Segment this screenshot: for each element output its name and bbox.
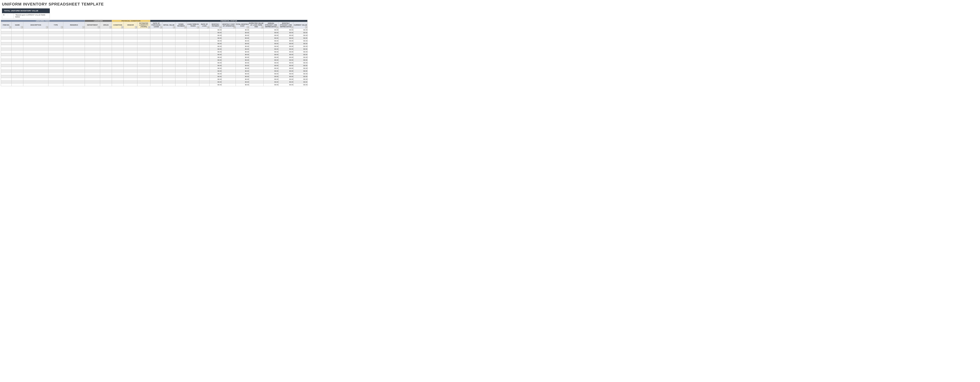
cell[interactable] xyxy=(1,53,11,56)
cell[interactable]: $0.00 xyxy=(236,59,249,62)
cell[interactable] xyxy=(137,29,150,31)
cell[interactable]: $0.00 xyxy=(264,73,278,75)
cell[interactable] xyxy=(23,70,48,73)
cell[interactable] xyxy=(175,78,187,81)
filter-button[interactable] xyxy=(110,26,111,28)
cell[interactable] xyxy=(137,73,150,75)
cell[interactable] xyxy=(150,70,162,73)
cell[interactable] xyxy=(124,81,137,84)
cell[interactable]: $0.00 xyxy=(264,31,278,34)
cell[interactable]: $0.00 xyxy=(264,53,278,56)
filter-button[interactable] xyxy=(61,26,63,28)
cell[interactable] xyxy=(199,73,210,75)
cell[interactable]: $0.00 xyxy=(264,34,278,37)
cell[interactable]: $0.00 xyxy=(210,40,222,42)
cell[interactable] xyxy=(137,81,150,84)
cell[interactable] xyxy=(137,67,150,70)
cell[interactable] xyxy=(11,64,23,67)
cell[interactable] xyxy=(48,45,63,48)
cell[interactable] xyxy=(187,84,199,86)
cell[interactable] xyxy=(137,37,150,40)
cell[interactable]: $0.00 xyxy=(264,48,278,51)
cell[interactable] xyxy=(137,42,150,45)
cell[interactable] xyxy=(222,81,236,84)
cell[interactable] xyxy=(112,34,124,37)
cell[interactable] xyxy=(222,70,236,73)
filter-button[interactable] xyxy=(207,26,209,28)
filter-button[interactable] xyxy=(21,26,23,28)
cell[interactable] xyxy=(187,53,199,56)
cell[interactable] xyxy=(249,56,264,59)
cell[interactable] xyxy=(124,75,137,78)
cell[interactable] xyxy=(63,29,85,31)
cell[interactable] xyxy=(100,53,112,56)
cell[interactable] xyxy=(124,64,137,67)
filter-button[interactable] xyxy=(98,26,100,28)
cell[interactable] xyxy=(23,75,48,78)
cell[interactable] xyxy=(48,84,63,86)
cell[interactable]: $0.00 xyxy=(210,59,222,62)
cell[interactable] xyxy=(63,59,85,62)
cell[interactable] xyxy=(162,48,175,51)
cell[interactable]: $0.00 xyxy=(278,62,293,64)
cell[interactable]: $0.00 xyxy=(210,78,222,81)
cell[interactable] xyxy=(199,45,210,48)
cell[interactable] xyxy=(124,70,137,73)
cell[interactable] xyxy=(100,67,112,70)
cell[interactable] xyxy=(124,37,137,40)
cell[interactable] xyxy=(175,75,187,78)
cell[interactable] xyxy=(23,42,48,45)
cell[interactable] xyxy=(222,75,236,78)
cell[interactable]: $0.00 xyxy=(278,70,293,73)
cell[interactable]: $0.00 xyxy=(293,84,307,86)
cell[interactable] xyxy=(150,45,162,48)
cell[interactable] xyxy=(1,29,11,31)
cell[interactable]: $0.00 xyxy=(264,67,278,70)
cell[interactable] xyxy=(162,70,175,73)
cell[interactable] xyxy=(1,81,11,84)
cell[interactable] xyxy=(124,45,137,48)
cell[interactable] xyxy=(249,64,264,67)
cell[interactable] xyxy=(222,56,236,59)
filter-button[interactable] xyxy=(83,26,84,28)
filter-button[interactable] xyxy=(9,26,11,28)
filter-button[interactable] xyxy=(234,26,235,28)
cell[interactable] xyxy=(63,48,85,51)
filter-button[interactable] xyxy=(160,26,162,28)
cell[interactable] xyxy=(162,37,175,40)
cell[interactable] xyxy=(112,48,124,51)
filter-button[interactable] xyxy=(261,26,263,28)
cell[interactable] xyxy=(112,56,124,59)
cell[interactable] xyxy=(175,45,187,48)
cell[interactable] xyxy=(112,59,124,62)
filter-button[interactable] xyxy=(291,26,293,28)
cell[interactable]: $0.00 xyxy=(210,56,222,59)
cell[interactable] xyxy=(199,42,210,45)
cell[interactable]: $0.00 xyxy=(264,78,278,81)
cell[interactable] xyxy=(85,34,100,37)
cell[interactable]: $0.00 xyxy=(293,62,307,64)
cell[interactable] xyxy=(48,67,63,70)
cell[interactable]: $0.00 xyxy=(293,42,307,45)
cell[interactable] xyxy=(100,48,112,51)
cell[interactable]: $0.00 xyxy=(278,84,293,86)
cell[interactable]: $0.00 xyxy=(236,34,249,37)
cell[interactable] xyxy=(63,62,85,64)
cell[interactable]: $0.00 xyxy=(210,37,222,40)
cell[interactable] xyxy=(187,64,199,67)
cell[interactable] xyxy=(23,62,48,64)
cell[interactable] xyxy=(222,51,236,53)
cell[interactable] xyxy=(187,81,199,84)
cell[interactable] xyxy=(11,70,23,73)
filter-button[interactable] xyxy=(305,26,307,28)
cell[interactable] xyxy=(249,40,264,42)
cell[interactable]: $0.00 xyxy=(210,84,222,86)
cell[interactable] xyxy=(175,48,187,51)
cell[interactable] xyxy=(162,34,175,37)
cell[interactable] xyxy=(11,31,23,34)
cell[interactable] xyxy=(187,56,199,59)
cell[interactable] xyxy=(222,40,236,42)
cell[interactable] xyxy=(175,31,187,34)
cell[interactable] xyxy=(1,45,11,48)
cell[interactable] xyxy=(162,56,175,59)
